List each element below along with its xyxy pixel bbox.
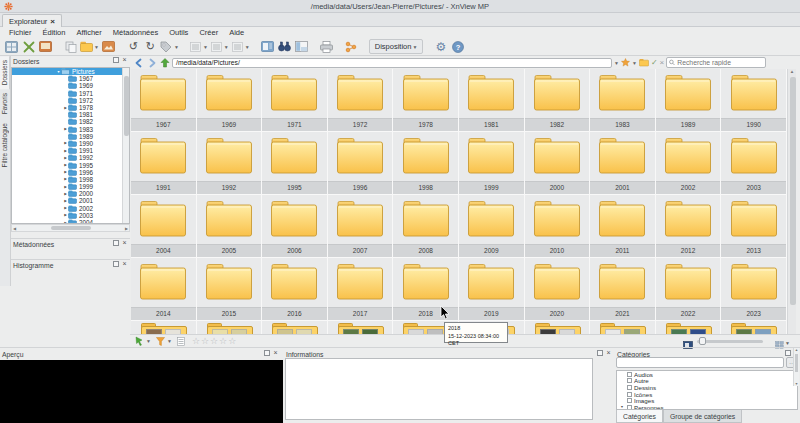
- folder-thumbnail-partial[interactable]: [328, 321, 394, 334]
- undock-icon[interactable]: [113, 261, 119, 267]
- folder-thumbnail-partial[interactable]: [262, 321, 328, 334]
- folder-thumbnail-1971[interactable]: 1971: [262, 69, 328, 132]
- folder-thumbnail-2007[interactable]: 2007: [328, 195, 394, 258]
- tree-horizontal-scrollbar[interactable]: ◀▶: [11, 224, 130, 232]
- rotate-left-button[interactable]: ↺: [126, 39, 141, 54]
- thumb-size-button[interactable]: ▼: [231, 39, 250, 54]
- clear-icon[interactable]: ×: [660, 57, 665, 68]
- folder-thumbnail-2014[interactable]: 2014: [131, 258, 197, 321]
- folder-thumbnail-1991[interactable]: 1991: [131, 132, 197, 195]
- menu-afficher[interactable]: Afficher: [71, 27, 106, 38]
- close-icon[interactable]: ×: [121, 57, 128, 64]
- folder-thumbnail-2005[interactable]: 2005: [197, 195, 263, 258]
- menu-aide[interactable]: Aide: [224, 27, 249, 38]
- favorite-star-icon[interactable]: [621, 57, 630, 68]
- close-icon[interactable]: ×: [272, 350, 279, 357]
- browser-button[interactable]: [4, 39, 19, 54]
- folder-thumbnail-partial[interactable]: [590, 321, 656, 334]
- tree-item-1969[interactable]: 1969: [12, 82, 129, 89]
- tree-item-1982[interactable]: 1982: [12, 118, 129, 125]
- settings-button[interactable]: ⚙: [433, 39, 448, 54]
- folder-thumbnail-partial[interactable]: [721, 321, 787, 334]
- folder-thumbnail-1989[interactable]: 1989: [656, 69, 722, 132]
- star-dropdown-icon[interactable]: ▼: [632, 57, 637, 68]
- tree-item-2001[interactable]: ▶2001: [12, 197, 129, 204]
- folder-thumbnail-2019[interactable]: 2019: [459, 258, 525, 321]
- folder-thumbnail-2020[interactable]: 2020: [525, 258, 591, 321]
- tree-item-1972[interactable]: 1972: [12, 97, 129, 104]
- informations-text-area[interactable]: [285, 358, 593, 420]
- folder-thumbnail-2010[interactable]: 2010: [525, 195, 591, 258]
- thumbnail-size-slider[interactable]: [697, 340, 763, 343]
- folder-thumbnail-1999[interactable]: 1999: [459, 132, 525, 195]
- category-tab-groupe-de-cate-gories[interactable]: Groupe de catégories: [663, 410, 742, 423]
- category-filter-input[interactable]: [616, 357, 784, 368]
- folder-thumbnail-1996[interactable]: 1996: [328, 132, 394, 195]
- sort-button[interactable]: ▼: [189, 39, 208, 54]
- search-button[interactable]: [277, 39, 292, 54]
- menu-creer[interactable]: Créer: [194, 27, 223, 38]
- grid-vertical-scrollbar[interactable]: ▲: [787, 69, 796, 334]
- folder-thumbnail-1995[interactable]: 1995: [262, 132, 328, 195]
- folder-thumbnail-1992[interactable]: 1992: [197, 132, 263, 195]
- panels-button[interactable]: [294, 39, 309, 54]
- quick-search-input[interactable]: [677, 59, 763, 66]
- undock-icon[interactable]: [597, 350, 603, 356]
- rotate-right-button[interactable]: ↻: [143, 39, 158, 54]
- folder-thumbnail-1969[interactable]: 1969: [197, 69, 263, 132]
- checkbox[interactable]: [627, 385, 632, 390]
- tree-item-pictures[interactable]: ▼Pictures: [12, 68, 129, 75]
- share-button[interactable]: [344, 39, 359, 54]
- edit-image-button[interactable]: [101, 39, 116, 54]
- folder-edit-icon[interactable]: [639, 57, 649, 68]
- tree-item-1990[interactable]: ▶1990: [12, 140, 129, 147]
- checkbox[interactable]: [627, 372, 632, 377]
- folder-thumbnail-2003[interactable]: 2003: [721, 132, 787, 195]
- folder-thumbnail-2008[interactable]: 2008: [393, 195, 459, 258]
- folder-thumbnail-2017[interactable]: 2017: [328, 258, 394, 321]
- folder-thumbnail-2016[interactable]: 2016: [262, 258, 328, 321]
- filter-dropdown-icon[interactable]: ▼: [167, 338, 172, 344]
- folder-thumbnail-1978[interactable]: 1978: [393, 69, 459, 132]
- folder-thumbnail-1990[interactable]: 1990: [721, 69, 787, 132]
- folder-thumbnail-2013[interactable]: 2013: [721, 195, 787, 258]
- close-icon[interactable]: ×: [121, 240, 128, 247]
- tree-item-2002[interactable]: ▶2002: [12, 205, 129, 212]
- tree-item-1967[interactable]: 1967: [12, 75, 129, 82]
- folder-thumbnail-2015[interactable]: 2015: [197, 258, 263, 321]
- menu-metadonnees[interactable]: Métadonnées: [108, 27, 163, 38]
- close-icon[interactable]: ×: [605, 350, 612, 357]
- back-icon[interactable]: [133, 57, 144, 68]
- undock-icon[interactable]: [113, 240, 119, 246]
- menu-fichier[interactable]: Fichier: [4, 27, 37, 38]
- folder-thumbnail-2006[interactable]: 2006: [262, 195, 328, 258]
- folder-thumbnail-partial[interactable]: [525, 321, 591, 334]
- tree-vertical-scrollbar[interactable]: [122, 68, 129, 223]
- tree-item-2000[interactable]: ▶2000: [12, 190, 129, 197]
- goto-dropdown-icon[interactable]: ▼: [146, 338, 151, 344]
- folder-thumbnail-2001[interactable]: 2001: [590, 132, 656, 195]
- checkbox[interactable]: [627, 378, 632, 383]
- folder-thumbnail-2002[interactable]: 2002: [656, 132, 722, 195]
- tree-item-1978[interactable]: ▶1978: [12, 104, 129, 111]
- copy-move-button[interactable]: [63, 39, 78, 54]
- checkbox[interactable]: [627, 392, 632, 397]
- up-folder-icon[interactable]: [159, 57, 170, 68]
- close-icon[interactable]: ×: [121, 261, 128, 268]
- help-button[interactable]: ?: [450, 39, 465, 54]
- folder-thumbnail-2012[interactable]: 2012: [656, 195, 722, 258]
- tree-item-1983[interactable]: ▶1983: [12, 126, 129, 133]
- folder-thumbnail-1972[interactable]: 1972: [328, 69, 394, 132]
- tree-item-2003[interactable]: ▶2003: [12, 212, 129, 219]
- tree-item-1996[interactable]: ▶1996: [12, 169, 129, 176]
- folder-thumbnail-2009[interactable]: 2009: [459, 195, 525, 258]
- folder-thumbnail-1967[interactable]: 1967: [131, 69, 197, 132]
- goto-icon[interactable]: [133, 335, 146, 348]
- undock-icon[interactable]: [264, 350, 270, 356]
- folder-thumbnail-2011[interactable]: 2011: [590, 195, 656, 258]
- check-icon[interactable]: ✓: [651, 57, 658, 68]
- new-folder-button[interactable]: ▼: [80, 39, 99, 54]
- disposition-button[interactable]: Disposition▼: [369, 39, 424, 54]
- category-scrollbar[interactable]: ▲▼: [793, 348, 799, 386]
- undock-icon[interactable]: [113, 57, 119, 63]
